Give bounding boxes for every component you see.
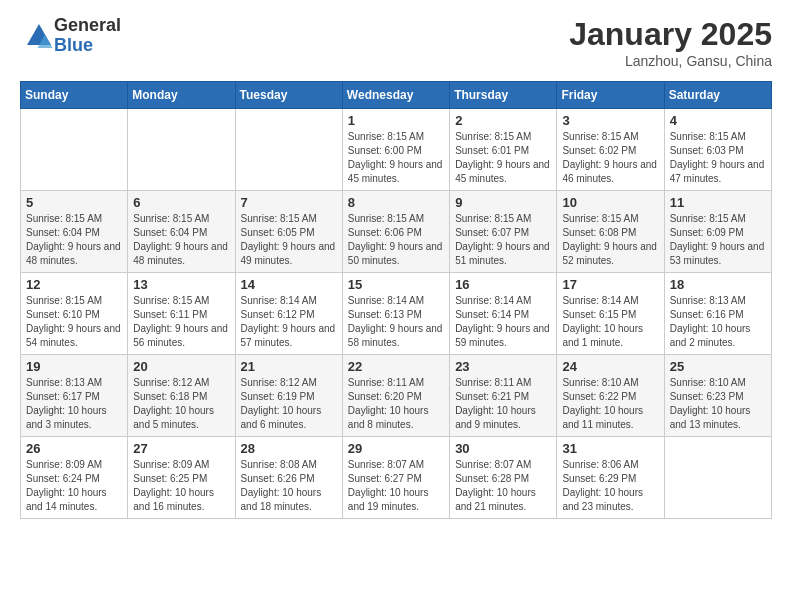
month-title: January 2025: [569, 16, 772, 53]
day-header-thursday: Thursday: [450, 82, 557, 109]
calendar-cell: 5Sunrise: 8:15 AM Sunset: 6:04 PM Daylig…: [21, 191, 128, 273]
day-number: 8: [348, 195, 444, 210]
calendar-cell: 26Sunrise: 8:09 AM Sunset: 6:24 PM Dayli…: [21, 437, 128, 519]
day-number: 15: [348, 277, 444, 292]
calendar-cell: 16Sunrise: 8:14 AM Sunset: 6:14 PM Dayli…: [450, 273, 557, 355]
calendar-cell: 23Sunrise: 8:11 AM Sunset: 6:21 PM Dayli…: [450, 355, 557, 437]
day-number: 24: [562, 359, 658, 374]
calendar-cell: [664, 437, 771, 519]
day-number: 26: [26, 441, 122, 456]
day-info: Sunrise: 8:15 AM Sunset: 6:09 PM Dayligh…: [670, 212, 766, 268]
day-number: 28: [241, 441, 337, 456]
calendar-cell: 9Sunrise: 8:15 AM Sunset: 6:07 PM Daylig…: [450, 191, 557, 273]
day-info: Sunrise: 8:14 AM Sunset: 6:14 PM Dayligh…: [455, 294, 551, 350]
day-info: Sunrise: 8:10 AM Sunset: 6:23 PM Dayligh…: [670, 376, 766, 432]
calendar-cell: 30Sunrise: 8:07 AM Sunset: 6:28 PM Dayli…: [450, 437, 557, 519]
day-info: Sunrise: 8:15 AM Sunset: 6:05 PM Dayligh…: [241, 212, 337, 268]
day-info: Sunrise: 8:12 AM Sunset: 6:19 PM Dayligh…: [241, 376, 337, 432]
day-number: 29: [348, 441, 444, 456]
calendar-cell: 12Sunrise: 8:15 AM Sunset: 6:10 PM Dayli…: [21, 273, 128, 355]
calendar-header-row: SundayMondayTuesdayWednesdayThursdayFrid…: [21, 82, 772, 109]
day-info: Sunrise: 8:14 AM Sunset: 6:15 PM Dayligh…: [562, 294, 658, 350]
calendar-cell: 24Sunrise: 8:10 AM Sunset: 6:22 PM Dayli…: [557, 355, 664, 437]
calendar-cell: [235, 109, 342, 191]
calendar-cell: 22Sunrise: 8:11 AM Sunset: 6:20 PM Dayli…: [342, 355, 449, 437]
day-number: 10: [562, 195, 658, 210]
day-info: Sunrise: 8:15 AM Sunset: 6:04 PM Dayligh…: [133, 212, 229, 268]
day-header-tuesday: Tuesday: [235, 82, 342, 109]
calendar-cell: 20Sunrise: 8:12 AM Sunset: 6:18 PM Dayli…: [128, 355, 235, 437]
day-header-saturday: Saturday: [664, 82, 771, 109]
day-info: Sunrise: 8:14 AM Sunset: 6:12 PM Dayligh…: [241, 294, 337, 350]
calendar-week-4: 19Sunrise: 8:13 AM Sunset: 6:17 PM Dayli…: [21, 355, 772, 437]
day-info: Sunrise: 8:12 AM Sunset: 6:18 PM Dayligh…: [133, 376, 229, 432]
day-number: 14: [241, 277, 337, 292]
day-info: Sunrise: 8:15 AM Sunset: 6:02 PM Dayligh…: [562, 130, 658, 186]
calendar-cell: 18Sunrise: 8:13 AM Sunset: 6:16 PM Dayli…: [664, 273, 771, 355]
calendar-cell: 17Sunrise: 8:14 AM Sunset: 6:15 PM Dayli…: [557, 273, 664, 355]
calendar-week-1: 1Sunrise: 8:15 AM Sunset: 6:00 PM Daylig…: [21, 109, 772, 191]
day-info: Sunrise: 8:13 AM Sunset: 6:16 PM Dayligh…: [670, 294, 766, 350]
day-number: 17: [562, 277, 658, 292]
day-number: 18: [670, 277, 766, 292]
calendar-cell: 10Sunrise: 8:15 AM Sunset: 6:08 PM Dayli…: [557, 191, 664, 273]
logo-text: General Blue: [54, 16, 121, 56]
day-number: 4: [670, 113, 766, 128]
day-info: Sunrise: 8:11 AM Sunset: 6:20 PM Dayligh…: [348, 376, 444, 432]
calendar-cell: 25Sunrise: 8:10 AM Sunset: 6:23 PM Dayli…: [664, 355, 771, 437]
calendar-cell: 6Sunrise: 8:15 AM Sunset: 6:04 PM Daylig…: [128, 191, 235, 273]
calendar-cell: 2Sunrise: 8:15 AM Sunset: 6:01 PM Daylig…: [450, 109, 557, 191]
day-header-friday: Friday: [557, 82, 664, 109]
logo: General Blue: [20, 16, 121, 56]
calendar-table: SundayMondayTuesdayWednesdayThursdayFrid…: [20, 81, 772, 519]
day-info: Sunrise: 8:14 AM Sunset: 6:13 PM Dayligh…: [348, 294, 444, 350]
day-info: Sunrise: 8:15 AM Sunset: 6:07 PM Dayligh…: [455, 212, 551, 268]
day-info: Sunrise: 8:15 AM Sunset: 6:06 PM Dayligh…: [348, 212, 444, 268]
day-number: 25: [670, 359, 766, 374]
day-info: Sunrise: 8:10 AM Sunset: 6:22 PM Dayligh…: [562, 376, 658, 432]
day-number: 1: [348, 113, 444, 128]
day-info: Sunrise: 8:15 AM Sunset: 6:01 PM Dayligh…: [455, 130, 551, 186]
logo-general-text: General: [54, 16, 121, 36]
day-info: Sunrise: 8:09 AM Sunset: 6:24 PM Dayligh…: [26, 458, 122, 514]
day-info: Sunrise: 8:15 AM Sunset: 6:00 PM Dayligh…: [348, 130, 444, 186]
logo-blue-text: Blue: [54, 36, 121, 56]
day-number: 6: [133, 195, 229, 210]
calendar-week-5: 26Sunrise: 8:09 AM Sunset: 6:24 PM Dayli…: [21, 437, 772, 519]
logo-icon: [24, 21, 54, 51]
day-number: 9: [455, 195, 551, 210]
day-header-monday: Monday: [128, 82, 235, 109]
day-number: 7: [241, 195, 337, 210]
title-block: January 2025 Lanzhou, Gansu, China: [569, 16, 772, 69]
day-info: Sunrise: 8:11 AM Sunset: 6:21 PM Dayligh…: [455, 376, 551, 432]
day-number: 5: [26, 195, 122, 210]
day-info: Sunrise: 8:15 AM Sunset: 6:04 PM Dayligh…: [26, 212, 122, 268]
day-number: 12: [26, 277, 122, 292]
day-info: Sunrise: 8:15 AM Sunset: 6:03 PM Dayligh…: [670, 130, 766, 186]
location: Lanzhou, Gansu, China: [569, 53, 772, 69]
day-number: 11: [670, 195, 766, 210]
day-number: 16: [455, 277, 551, 292]
day-number: 31: [562, 441, 658, 456]
calendar-cell: 21Sunrise: 8:12 AM Sunset: 6:19 PM Dayli…: [235, 355, 342, 437]
header: General Blue January 2025 Lanzhou, Gansu…: [20, 16, 772, 69]
day-number: 22: [348, 359, 444, 374]
calendar-cell: 31Sunrise: 8:06 AM Sunset: 6:29 PM Dayli…: [557, 437, 664, 519]
day-info: Sunrise: 8:15 AM Sunset: 6:08 PM Dayligh…: [562, 212, 658, 268]
day-info: Sunrise: 8:09 AM Sunset: 6:25 PM Dayligh…: [133, 458, 229, 514]
day-number: 3: [562, 113, 658, 128]
day-info: Sunrise: 8:08 AM Sunset: 6:26 PM Dayligh…: [241, 458, 337, 514]
page: General Blue January 2025 Lanzhou, Gansu…: [0, 0, 792, 535]
day-number: 27: [133, 441, 229, 456]
calendar-cell: 3Sunrise: 8:15 AM Sunset: 6:02 PM Daylig…: [557, 109, 664, 191]
calendar-cell: 8Sunrise: 8:15 AM Sunset: 6:06 PM Daylig…: [342, 191, 449, 273]
calendar-cell: 15Sunrise: 8:14 AM Sunset: 6:13 PM Dayli…: [342, 273, 449, 355]
day-info: Sunrise: 8:07 AM Sunset: 6:28 PM Dayligh…: [455, 458, 551, 514]
day-info: Sunrise: 8:13 AM Sunset: 6:17 PM Dayligh…: [26, 376, 122, 432]
calendar-cell: [128, 109, 235, 191]
calendar-cell: 28Sunrise: 8:08 AM Sunset: 6:26 PM Dayli…: [235, 437, 342, 519]
calendar-cell: [21, 109, 128, 191]
day-number: 20: [133, 359, 229, 374]
calendar-cell: 1Sunrise: 8:15 AM Sunset: 6:00 PM Daylig…: [342, 109, 449, 191]
day-info: Sunrise: 8:15 AM Sunset: 6:11 PM Dayligh…: [133, 294, 229, 350]
